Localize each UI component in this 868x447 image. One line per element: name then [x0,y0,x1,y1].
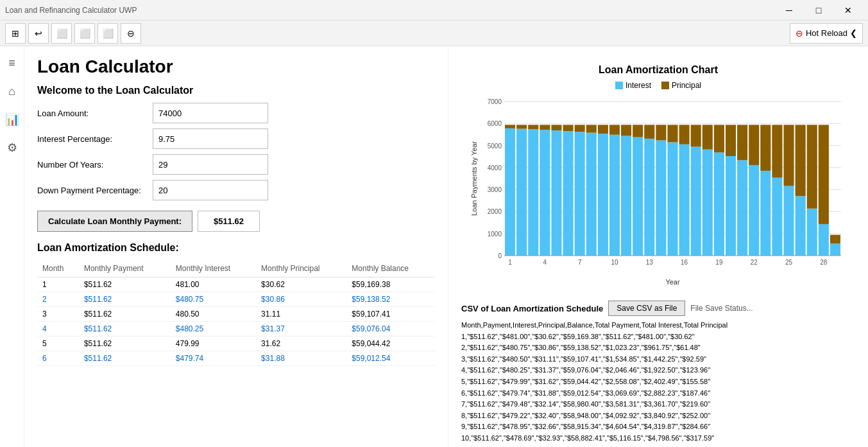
sidebar-item-settings[interactable]: ⚙ [1,136,24,159]
svg-rect-58 [702,150,713,256]
svg-text:Year: Year [665,278,680,286]
table-cell-interest: 480.50 [171,307,256,322]
svg-rect-37 [598,134,608,256]
svg-rect-23 [528,129,538,256]
csv-row: 6,"$511.62","$479.74","$31.88","$59,012.… [461,388,855,399]
svg-text:16: 16 [681,259,688,266]
svg-rect-61 [714,125,724,152]
svg-text:2000: 2000 [488,208,502,215]
calculate-button[interactable]: Calculate Loan Monthly Payment: [37,211,192,232]
table-cell-payment: $511.62 [79,307,171,322]
svg-rect-45 [633,125,643,137]
svg-rect-59 [702,125,713,149]
save-csv-button[interactable]: Save CSV as File [608,301,685,316]
chart-svg: 01000200030004000500060007000Loan Paymen… [469,95,847,288]
svg-rect-18 [505,128,515,256]
table-cell-payment: $511.62 [79,351,171,366]
toolbar: ⊞ ↩ ⬜ ⬜ ⬜ ⊖ ⊖ Hot Reload ❮ [0,21,868,46]
svg-text:1000: 1000 [488,231,502,238]
loan-form: Loan Amount: Interest Percentage: Number… [37,103,435,200]
legend-principal-label: Principal [672,81,701,90]
svg-text:19: 19 [715,259,723,266]
svg-rect-84 [830,243,840,256]
col-interest: Monthly Interest [171,260,256,277]
svg-rect-40 [609,125,620,134]
svg-rect-26 [540,125,550,130]
table-cell-month: 5 [37,337,79,351]
toolbar-btn-6[interactable]: ⊖ [121,23,141,44]
table-cell-month: 3 [37,307,79,322]
table-cell-balance: $59,107.41 [346,307,435,322]
svg-text:25: 25 [785,259,793,266]
toolbar-btn-4[interactable]: ⬜ [74,23,95,44]
svg-text:7000: 7000 [488,98,502,105]
svg-rect-31 [563,125,574,131]
table-cell-principal: $30.62 [256,277,346,292]
toolbar-btn-3[interactable]: ⬜ [51,23,72,44]
csv-row: Month,Payment,Interest,Principal,Balance… [461,320,855,331]
svg-rect-80 [807,125,817,208]
svg-rect-46 [644,139,654,256]
table-cell-balance: $59,012.54 [346,351,435,366]
toolbar-btn-2[interactable]: ↩ [28,23,49,44]
years-label: Number Of Years: [37,160,153,170]
calc-result: $511.62 [198,211,260,232]
svg-rect-74 [783,186,794,256]
table-cell-month: 6 [37,351,79,366]
csv-header: CSV of Loan Amortization Schedule Save C… [461,301,855,316]
svg-rect-36 [586,125,597,132]
csv-row: 1,"$511.62","$481.00","$30.62","$59,169.… [461,331,855,343]
svg-rect-78 [796,125,806,196]
svg-rect-28 [551,130,561,256]
title-bar: Loan and Refinancing Calculator UWP ─ □ … [0,0,868,21]
svg-rect-51 [667,142,677,256]
svg-rect-42 [621,136,631,256]
table-cell-payment: $511.62 [79,337,171,351]
down-payment-input[interactable] [153,180,268,200]
toolbar-btn-1[interactable]: ⊞ [5,23,26,44]
page-title: Loan Calculator [37,57,435,77]
hot-reload-button[interactable]: ⊖ Hot Reload ❮ [790,23,863,44]
table-cell-balance: $59,138.52 [346,292,435,307]
hot-reload-chevron: ❮ [850,28,857,38]
sidebar-item-menu[interactable]: ≡ [1,51,24,74]
left-column: Loan Calculator Welcome to the Loan Calc… [24,46,448,447]
svg-rect-82 [819,125,829,224]
svg-rect-52 [667,125,677,142]
table-cell-payment: $511.62 [79,292,171,307]
csv-row: 2,"$511.62","$480.75","$30.86","$59,138.… [461,342,855,354]
svg-rect-68 [749,125,759,165]
svg-rect-79 [807,209,817,256]
minimize-button[interactable]: ─ [774,0,804,21]
chart-container: Loan Amortization Chart Interest Princip… [461,57,855,295]
col-balance: Monthly Balance [346,260,435,277]
svg-rect-43 [621,125,631,136]
csv-row: 11,"$511.62","$478.42","$33.20","$58,849… [461,444,855,447]
legend-interest: Interest [615,81,651,90]
svg-rect-30 [563,131,574,256]
sidebar-item-home[interactable]: ⌂ [1,80,24,103]
table-cell-month: 2 [37,292,79,307]
maximize-button[interactable]: □ [804,0,833,21]
table-cell-principal: $31.37 [256,322,346,337]
svg-text:0: 0 [498,252,502,259]
table-cell-principal: 31.11 [256,307,346,322]
toolbar-btn-5[interactable]: ⬜ [98,23,118,44]
svg-rect-47 [644,125,654,139]
years-input[interactable] [153,154,268,175]
interest-input[interactable] [153,128,268,149]
table-cell-interest: 481.00 [171,277,256,292]
hot-reload-label: Hot Reload [806,28,847,38]
close-button[interactable]: ✕ [833,0,863,21]
welcome-heading: Welcome to the Loan Calculator [37,85,435,96]
svg-rect-72 [772,178,782,256]
table-cell-principal: 31.62 [256,337,346,351]
svg-rect-39 [609,135,620,256]
svg-text:5000: 5000 [488,143,502,150]
svg-rect-29 [551,125,561,130]
loan-amount-input[interactable] [153,103,268,123]
svg-text:4: 4 [543,259,547,266]
svg-text:10: 10 [611,259,618,266]
svg-rect-77 [796,196,806,256]
sidebar-item-chart[interactable]: 📊 [1,108,24,131]
